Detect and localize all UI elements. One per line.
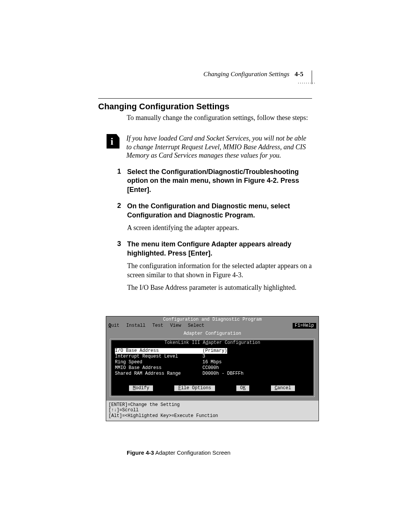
terminal-inner-box: TokenLink III Adapter Configuration I/O … bbox=[110, 339, 315, 397]
config-value: 16 Mbps bbox=[202, 359, 221, 365]
menu-install[interactable]: Install bbox=[126, 323, 145, 329]
step-1: 1 Select the Configuration/Diagnostic/Tr… bbox=[114, 168, 312, 194]
menu-test[interactable]: Test bbox=[152, 323, 163, 329]
config-key: Interrupt Request Level bbox=[115, 354, 202, 359]
terminal-footer: [ENTER]=Change the Setting [↑↓]=Scroll [… bbox=[106, 401, 319, 421]
terminal-subtitle: Adapter Configuration bbox=[106, 331, 319, 337]
svg-text:i: i bbox=[110, 136, 113, 147]
config-value: (Primary) bbox=[202, 348, 227, 354]
note-block: i If you have loaded Card and Socket Ser… bbox=[107, 134, 312, 160]
figure-text: Adapter Configuration Screen bbox=[154, 449, 231, 456]
config-value: 3 bbox=[202, 354, 205, 359]
ok-button[interactable]: OK bbox=[236, 385, 250, 392]
note-text: If you have loaded Card and Socket Servi… bbox=[126, 134, 312, 160]
menu-quit-rest: uit bbox=[111, 323, 119, 328]
figure-caption: Figure 4-3 Adapter Configuration Screen bbox=[127, 449, 231, 456]
cancel-button[interactable]: Cancel bbox=[271, 385, 296, 392]
step-3: 3 The menu item Configure Adapter appear… bbox=[114, 240, 312, 292]
config-key: I/O Base Address bbox=[115, 348, 202, 354]
step-2: 2 On the Configuration and Diagnostic me… bbox=[114, 202, 312, 232]
step-number: 1 bbox=[114, 168, 121, 194]
page: Changing Configuration Settings 4-5 ····… bbox=[0, 0, 411, 532]
footer-line: [Alt]=<Highlighted Key>=Execute Function bbox=[108, 413, 316, 419]
step-bold: On the Configuration and Diagnostic menu… bbox=[127, 202, 290, 219]
step-number: 2 bbox=[114, 202, 121, 232]
running-head: Changing Configuration Settings 4-5 bbox=[204, 70, 312, 84]
terminal-window: Configuration and Diagnostic Program Qui… bbox=[106, 316, 319, 421]
figure-label: Figure 4-3 bbox=[127, 449, 154, 456]
config-row[interactable]: Shared RAM Address RangeD0000h - DBFFFh bbox=[115, 371, 310, 377]
running-head-page: 4-5 bbox=[295, 70, 306, 78]
step-paragraph: The I/O Base Address parameter is automa… bbox=[127, 283, 312, 292]
step-paragraph: A screen identifying the adapter appears… bbox=[127, 224, 312, 232]
config-row[interactable]: Ring Speed16 Mbps bbox=[115, 359, 310, 365]
info-icon: i bbox=[107, 134, 119, 149]
config-key: MMIO Base Address bbox=[115, 365, 202, 371]
inner-title-pre: TokenLink III A bbox=[164, 340, 206, 345]
menu-view[interactable]: View bbox=[170, 323, 181, 329]
config-row[interactable]: Interrupt Request Level3 bbox=[115, 354, 310, 359]
inner-title-post: apter Configuration bbox=[208, 340, 260, 345]
terminal-figure: Configuration and Diagnostic Program Qui… bbox=[106, 316, 318, 421]
intro-paragraph: To manually change the configuration set… bbox=[127, 113, 312, 122]
dots-decoration: ········· bbox=[298, 80, 316, 86]
config-value: CC000h bbox=[202, 365, 219, 371]
step-paragraph: The configuration information for the se… bbox=[127, 262, 312, 280]
terminal-title: Configuration and Diagnostic Program bbox=[106, 316, 319, 323]
config-row-selected[interactable]: I/O Base Address(Primary) bbox=[115, 348, 310, 354]
modify-button[interactable]: Modify bbox=[129, 385, 154, 392]
file-options-button[interactable]: File Options bbox=[174, 385, 215, 392]
section-rule bbox=[98, 98, 312, 99]
terminal-menubar: Quit Install Test View Select F1=Help bbox=[106, 323, 319, 329]
step-bold: The menu item Configure Adapter appears … bbox=[127, 240, 291, 257]
menu-quit[interactable]: Quit bbox=[108, 323, 119, 329]
terminal-inner-title: TokenLink III Adapter Configuration bbox=[115, 340, 310, 346]
running-head-title: Changing Configuration Settings bbox=[204, 70, 290, 78]
menu-select[interactable]: Select bbox=[188, 323, 204, 329]
menu-help[interactable]: F1=Help bbox=[293, 323, 316, 329]
terminal-button-row: Modify File Options OK Cancel bbox=[111, 385, 314, 392]
footer-line: [ENTER]=Change the Setting bbox=[108, 402, 316, 407]
section-title: Changing Configuration Settings bbox=[98, 102, 229, 112]
config-row[interactable]: MMIO Base AddressCC000h bbox=[115, 365, 310, 371]
step-bold: Select the Configuration/Diagnostic/Trou… bbox=[127, 168, 299, 193]
steps-list: 1 Select the Configuration/Diagnostic/Tr… bbox=[114, 168, 312, 300]
step-number: 3 bbox=[114, 240, 121, 292]
config-key: Shared RAM Address Range bbox=[115, 371, 202, 377]
config-key: Ring Speed bbox=[115, 359, 202, 365]
footer-line: [↑↓]=Scroll bbox=[108, 407, 316, 413]
config-value: D0000h - DBFFFh bbox=[202, 371, 244, 377]
